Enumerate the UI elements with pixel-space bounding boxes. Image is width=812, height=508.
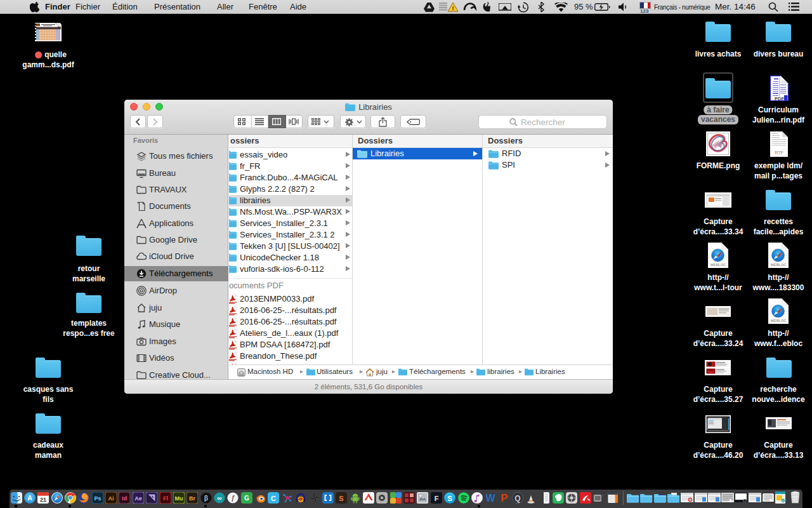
- svg-text:Ps: Ps: [94, 495, 101, 502]
- svg-text:Br: Br: [189, 495, 195, 502]
- svg-text:G: G: [244, 495, 249, 502]
- svg-text:GO: GO: [781, 500, 785, 503]
- svg-text:P: P: [501, 492, 508, 504]
- svg-text:∞: ∞: [217, 495, 221, 502]
- svg-text:Id: Id: [122, 495, 127, 502]
- svg-text:β: β: [204, 495, 208, 502]
- svg-text:S: S: [447, 495, 452, 502]
- svg-text:Ae: Ae: [134, 495, 142, 502]
- svg-text:W: W: [486, 493, 496, 504]
- svg-text:Q: Q: [514, 494, 520, 503]
- svg-text:21: 21: [40, 497, 46, 503]
- svg-text:Mu: Mu: [174, 495, 183, 502]
- svg-text:C: C: [271, 495, 276, 502]
- svg-text:PDF: PDF: [775, 96, 784, 102]
- svg-text:S: S: [339, 495, 344, 502]
- svg-text:RTF: RTF: [775, 150, 783, 155]
- svg-text:Fl: Fl: [163, 495, 168, 502]
- svg-text:F: F: [434, 495, 438, 502]
- svg-text:!: !: [452, 5, 454, 11]
- svg-text:794: 794: [707, 370, 714, 374]
- svg-text:ƒ: ƒ: [231, 494, 235, 502]
- svg-text:Ai: Ai: [108, 495, 114, 502]
